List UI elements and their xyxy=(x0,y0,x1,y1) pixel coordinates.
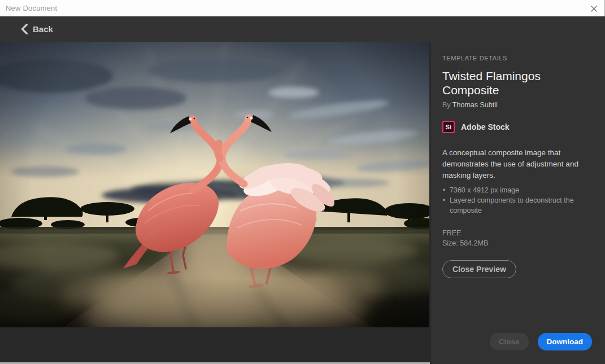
spec-item: 7360 x 4912 px image xyxy=(442,185,584,195)
byline-prefix: By xyxy=(442,101,452,109)
template-details-panel: TEMPLATE DETAILS Twisted Flamingos Compo… xyxy=(430,42,605,364)
dialog-titlebar: New Document xyxy=(0,0,605,16)
close-button[interactable]: Close xyxy=(490,333,529,350)
source-row: St Adobe Stock xyxy=(442,121,594,133)
template-preview-image: Conceptual composite photo of two flamin… xyxy=(0,42,429,327)
price-label: FREE xyxy=(442,228,594,238)
author-name: Thomas Subtil xyxy=(452,101,498,109)
back-toolbar: Back xyxy=(0,16,605,42)
x-glyph xyxy=(590,5,598,12)
byline: By Thomas Subtil xyxy=(442,101,594,109)
template-preview: Conceptual composite photo of two flamin… xyxy=(0,42,430,364)
vignette xyxy=(0,42,429,327)
back-button[interactable]: Back xyxy=(21,24,53,34)
chevron-left-icon xyxy=(21,24,28,34)
template-description: A conceptual composite image that demons… xyxy=(442,147,588,181)
template-title: Twisted Flamingos Composite xyxy=(442,69,594,97)
dialog-title: New Document xyxy=(6,4,57,12)
adobe-stock-icon: St xyxy=(442,121,455,133)
dialog-content: Conceptual composite photo of two flamin… xyxy=(0,42,605,364)
back-label: Back xyxy=(33,24,53,34)
template-spec-list: 7360 x 4912 px image Layered components … xyxy=(442,185,594,216)
section-label: TEMPLATE DETAILS xyxy=(442,55,594,62)
close-icon[interactable] xyxy=(588,3,599,14)
size-label: Size: 584.2MB xyxy=(442,238,594,248)
close-preview-button[interactable]: Close Preview xyxy=(442,260,516,278)
new-document-dialog: New Document Back Conceptual composite p… xyxy=(0,0,605,364)
source-label: Adobe Stock xyxy=(461,122,510,131)
footer-actions: Close Download xyxy=(490,333,592,350)
spec-item: Layered components to deconstruct the co… xyxy=(442,195,584,216)
download-button[interactable]: Download xyxy=(538,333,593,350)
